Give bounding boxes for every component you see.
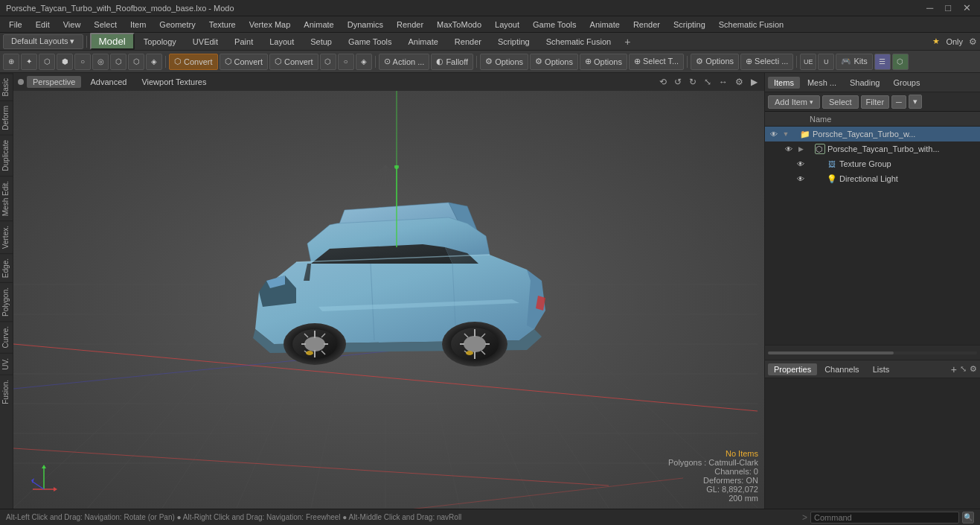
options-main-button[interactable]: ⚙ Options: [691, 54, 739, 70]
add-item-button[interactable]: Add Item ▾: [768, 95, 820, 109]
items-scrollbar[interactable]: [768, 351, 977, 354]
vp-expand-icon[interactable]: ↔: [717, 76, 730, 88]
vp-undo-icon[interactable]: ↺: [672, 76, 684, 88]
menu-file[interactable]: File: [3, 19, 28, 31]
options-button-2[interactable]: ⚙ Options: [530, 54, 578, 70]
viewport-dot[interactable]: [18, 79, 24, 85]
menu-animate2[interactable]: Animate: [584, 19, 626, 31]
options-button-3[interactable]: ⊕ Options: [580, 54, 627, 70]
properties-tab-lists[interactable]: Lists: [867, 363, 896, 375]
eye-toggle-1[interactable]: 👁: [783, 143, 795, 155]
menu-view[interactable]: View: [57, 19, 87, 31]
left-tab-duplicate[interactable]: Duplicate: [0, 135, 13, 176]
viewport[interactable]: Perspective Advanced Viewport Textures ⟲…: [13, 73, 764, 509]
tab-layout[interactable]: Layout: [262, 34, 301, 49]
settings-icon[interactable]: ⚙: [969, 36, 977, 47]
ue-icon[interactable]: UE: [800, 54, 816, 70]
left-tab-mesh-edit[interactable]: Mesh Edit.: [0, 176, 13, 220]
menu-layout[interactable]: Layout: [489, 19, 525, 31]
item-row-texture[interactable]: 👁 🖼 Texture Group: [765, 156, 980, 171]
default-layouts-dropdown[interactable]: Default Layouts ▾: [3, 34, 83, 49]
menu-dynamics[interactable]: Dynamics: [342, 19, 389, 31]
menu-scripting[interactable]: Scripting: [667, 19, 711, 31]
tool-icon-2[interactable]: ✦: [21, 54, 37, 70]
tool-icon-3[interactable]: ⬡: [39, 54, 55, 70]
command-search-button[interactable]: 🔍: [962, 512, 974, 524]
selecti-button[interactable]: ⊕ Selecti ...: [740, 54, 793, 70]
menu-texture[interactable]: Texture: [203, 19, 242, 31]
convert-button-2[interactable]: ⬡ Convert: [220, 54, 269, 70]
add-tab-button[interactable]: +: [620, 36, 635, 48]
left-tab-uv[interactable]: UV.: [0, 353, 13, 375]
tool-icon-13[interactable]: ☰: [874, 54, 891, 70]
tab-animate[interactable]: Animate: [400, 34, 445, 49]
items-filter2-button[interactable]: ▾: [909, 95, 922, 109]
menu-render2[interactable]: Render: [627, 19, 666, 31]
left-tab-deform[interactable]: Deform: [0, 101, 13, 135]
menu-vertex-map[interactable]: Vertex Map: [243, 19, 297, 31]
left-tab-curve[interactable]: Curve.: [0, 321, 13, 352]
menu-maxtomodo[interactable]: MaxToModo: [431, 19, 487, 31]
items-tab-mesh[interactable]: Mesh ...: [801, 77, 842, 89]
tab-paint[interactable]: Paint: [227, 34, 260, 49]
tool-icon-1[interactable]: ⊕: [3, 54, 19, 70]
tool-icon-12[interactable]: ◈: [356, 54, 372, 70]
properties-add-button[interactable]: +: [951, 363, 957, 375]
tab-topology[interactable]: Topology: [136, 34, 184, 49]
tab-game-tools[interactable]: Game Tools: [341, 34, 400, 49]
menu-render[interactable]: Render: [391, 19, 429, 31]
expand-icon-1[interactable]: ▶: [796, 144, 805, 153]
tool-icon-6[interactable]: ◎: [92, 54, 109, 70]
command-input[interactable]: [810, 512, 959, 524]
vp-settings-icon[interactable]: ⚙: [733, 76, 746, 88]
menu-edit[interactable]: Edit: [30, 19, 56, 31]
viewport-3d[interactable]: No Items Polygons : Catmull-Clark Channe…: [13, 91, 764, 509]
convert-button-1[interactable]: ⬡ Convert: [169, 54, 218, 70]
item-row-mesh[interactable]: 👁 ▶ ⬡ Porsche_Taycan_Turbo_with...: [765, 141, 980, 156]
kits-button[interactable]: 🎮 Kits: [836, 54, 872, 70]
command-arrow[interactable]: >: [802, 512, 807, 523]
left-tab-fusion[interactable]: Fusion.: [0, 375, 13, 409]
vp-redo-icon[interactable]: ↻: [687, 76, 699, 88]
minimize-button[interactable]: ─: [923, 2, 936, 13]
tool-icon-5[interactable]: ○: [74, 54, 91, 70]
left-tab-polygon[interactable]: Polygon.: [0, 282, 13, 321]
menu-select[interactable]: Select: [88, 19, 123, 31]
menu-animate[interactable]: Animate: [298, 19, 339, 31]
left-tab-vertex[interactable]: Vertex.: [0, 220, 13, 253]
items-tab-items[interactable]: Items: [768, 77, 800, 89]
menu-item[interactable]: Item: [124, 19, 152, 31]
tool-icon-10[interactable]: ⬡: [320, 54, 336, 70]
properties-expand-icon[interactable]: ⤡: [960, 364, 967, 374]
items-tab-shading[interactable]: Shading: [844, 77, 885, 89]
tool-icon-8[interactable]: ⬡: [128, 54, 144, 70]
tool-icon-7[interactable]: ⬡: [110, 54, 126, 70]
expand-icon-0[interactable]: ▼: [781, 130, 790, 139]
tab-model[interactable]: Model: [90, 33, 135, 50]
falloff-button[interactable]: ◐ Falloff: [431, 54, 473, 70]
options-button-1[interactable]: ⚙ Options: [480, 54, 528, 70]
items-filter-button[interactable]: Filter: [861, 95, 889, 109]
properties-tab-channels[interactable]: Channels: [819, 363, 865, 375]
tab-scripting[interactable]: Scripting: [490, 34, 537, 49]
menu-game-tools[interactable]: Game Tools: [527, 19, 583, 31]
item-row-light[interactable]: 👁 💡 Directional Light: [765, 171, 980, 186]
eye-toggle-3[interactable]: 👁: [795, 173, 807, 185]
tool-icon-9[interactable]: ◈: [146, 54, 162, 70]
tab-render[interactable]: Render: [447, 34, 489, 49]
menu-geometry[interactable]: Geometry: [153, 19, 201, 31]
items-scrollbar-thumb[interactable]: [768, 351, 894, 354]
select-t-button[interactable]: ⊕ Select T...: [629, 54, 684, 70]
item-row-scene[interactable]: 👁 ▼ 📁 Porsche_Taycan_Turbo_w...: [765, 127, 980, 141]
tab-uvedit[interactable]: UVEdit: [185, 34, 225, 49]
menu-schematic[interactable]: Schematic Fusion: [713, 19, 790, 31]
vp-rotate-icon[interactable]: ⟲: [657, 76, 669, 88]
properties-tab-properties[interactable]: Properties: [768, 363, 817, 375]
restore-button[interactable]: □: [942, 2, 954, 13]
vp-tab-perspective[interactable]: Perspective: [27, 76, 81, 88]
vp-fit-icon[interactable]: ⤡: [702, 76, 714, 88]
tab-setup[interactable]: Setup: [303, 34, 339, 49]
convert-button-3[interactable]: ⬡ Convert: [269, 54, 318, 70]
items-minus-button[interactable]: ─: [891, 95, 906, 109]
items-tab-groups[interactable]: Groups: [887, 77, 926, 89]
